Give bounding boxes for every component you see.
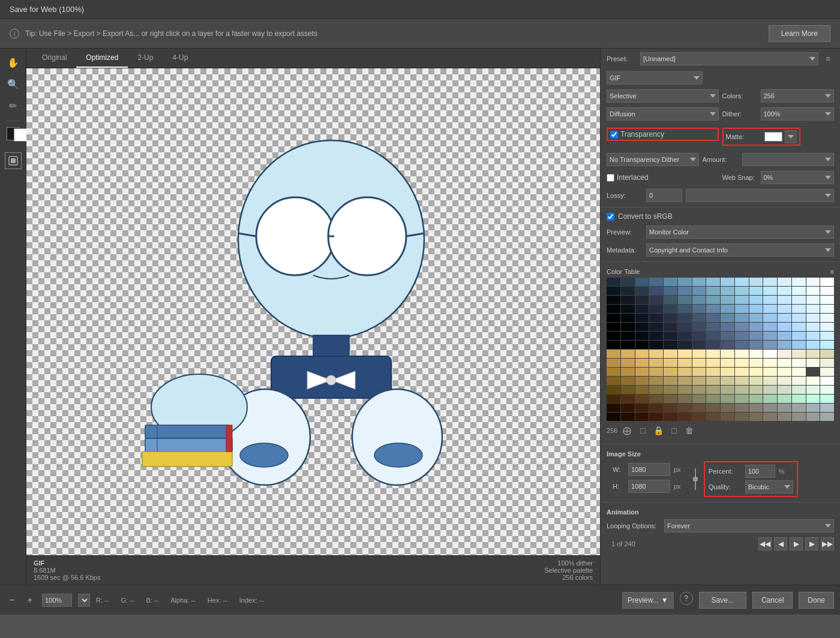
color-cell[interactable] — [664, 377, 677, 385]
color-cell[interactable] — [664, 404, 677, 412]
color-cell[interactable] — [820, 386, 834, 394]
prev-frame-btn[interactable]: ◀ — [774, 537, 787, 550]
color-cell[interactable] — [792, 296, 806, 304]
color-cell[interactable] — [820, 287, 834, 295]
zoom-minus-icon[interactable]: − — [6, 594, 18, 606]
map-icon[interactable]: ⨁ — [621, 425, 633, 437]
color-cell[interactable] — [721, 395, 734, 403]
color-cell[interactable] — [649, 350, 663, 358]
color-cell[interactable] — [678, 296, 692, 304]
zoom-preset-select[interactable] — [78, 594, 90, 607]
interlaced-checkbox[interactable] — [607, 174, 614, 182]
color-cell[interactable] — [792, 359, 806, 367]
color-cell[interactable] — [735, 314, 749, 322]
color-cell[interactable] — [806, 395, 820, 403]
color-cell[interactable] — [649, 314, 663, 322]
color-cell[interactable] — [820, 377, 834, 385]
color-cell[interactable] — [735, 332, 749, 340]
color-cell[interactable] — [820, 368, 834, 376]
color-cell[interactable] — [607, 332, 620, 340]
web-snap-ct-icon[interactable]: □ — [637, 425, 649, 437]
color-cell[interactable] — [635, 341, 649, 349]
zoom-tool[interactable]: 🔍 — [4, 75, 22, 93]
color-cell[interactable] — [706, 287, 720, 295]
color-cell[interactable] — [621, 413, 635, 421]
zoom-plus-icon[interactable]: + — [24, 594, 36, 606]
new-color-icon[interactable]: □ — [668, 425, 680, 437]
color-cell[interactable] — [706, 332, 720, 340]
websnap-select[interactable]: 0% — [761, 171, 835, 184]
color-cell[interactable] — [792, 314, 806, 322]
color-cell[interactable] — [678, 314, 692, 322]
color-cell[interactable] — [664, 314, 677, 322]
color-cell[interactable] — [678, 287, 692, 295]
color-cell[interactable] — [806, 350, 820, 358]
color-cell[interactable] — [607, 350, 620, 358]
color-cell[interactable] — [820, 395, 834, 403]
color-cell[interactable] — [749, 341, 763, 349]
color-cell[interactable] — [820, 404, 834, 412]
color-cell[interactable] — [621, 368, 635, 376]
color-cell[interactable] — [749, 359, 763, 367]
color-table-menu[interactable]: ≡ — [830, 268, 834, 275]
color-cell[interactable] — [792, 287, 806, 295]
color-cell[interactable] — [706, 323, 720, 331]
color-cell[interactable] — [621, 359, 635, 367]
color-cell[interactable] — [735, 386, 749, 394]
lossy-select[interactable] — [686, 189, 834, 202]
color-cell[interactable] — [721, 377, 734, 385]
color-cell[interactable] — [792, 341, 806, 349]
color-cell[interactable] — [649, 377, 663, 385]
height-input[interactable] — [628, 480, 670, 493]
color-cell[interactable] — [621, 386, 635, 394]
quick-mask-icon[interactable] — [5, 152, 22, 169]
color-cell[interactable] — [678, 404, 692, 412]
color-cell[interactable] — [678, 377, 692, 385]
color-cell[interactable] — [607, 323, 620, 331]
first-frame-btn[interactable]: ◀◀ — [758, 537, 772, 550]
color-cell[interactable] — [678, 341, 692, 349]
color-cell[interactable] — [763, 377, 777, 385]
color-cell[interactable] — [649, 341, 663, 349]
color-cell[interactable] — [692, 296, 706, 304]
tab-optimized[interactable]: Optimized — [76, 49, 128, 68]
color-cell[interactable] — [778, 413, 791, 421]
width-input[interactable] — [628, 463, 670, 476]
color-cell[interactable] — [649, 395, 663, 403]
color-cell[interactable] — [778, 368, 791, 376]
color-cell[interactable] — [649, 287, 663, 295]
color-cell[interactable] — [607, 359, 620, 367]
color-cell[interactable] — [607, 395, 620, 403]
color-cell[interactable] — [763, 305, 777, 313]
color-cell[interactable] — [607, 341, 620, 349]
color-cell[interactable] — [763, 296, 777, 304]
color-cell[interactable] — [649, 404, 663, 412]
color-cell[interactable] — [706, 404, 720, 412]
color-cell[interactable] — [706, 386, 720, 394]
color-cell[interactable] — [692, 368, 706, 376]
color-cell[interactable] — [692, 404, 706, 412]
color-cell[interactable] — [664, 305, 677, 313]
color-cell[interactable] — [607, 287, 620, 295]
color-cell[interactable] — [635, 314, 649, 322]
color-cell[interactable] — [721, 287, 734, 295]
color-cell[interactable] — [635, 368, 649, 376]
color-cell[interactable] — [706, 278, 720, 286]
color-cell[interactable] — [792, 413, 806, 421]
tab-2up[interactable]: 2-Up — [128, 49, 163, 68]
amount-select[interactable] — [742, 153, 835, 166]
color-cell[interactable] — [735, 404, 749, 412]
color-cell[interactable] — [621, 395, 635, 403]
save-button[interactable]: Save... — [699, 592, 746, 609]
color-cell[interactable] — [678, 413, 692, 421]
color-cell[interactable] — [806, 404, 820, 412]
color-cell[interactable] — [749, 314, 763, 322]
hand-tool[interactable]: ✋ — [4, 53, 22, 71]
color-cell[interactable] — [635, 332, 649, 340]
color-cell[interactable] — [664, 386, 677, 394]
color-cell[interactable] — [749, 350, 763, 358]
color-cell[interactable] — [664, 332, 677, 340]
color-cell[interactable] — [763, 350, 777, 358]
color-cell[interactable] — [635, 413, 649, 421]
color-cell[interactable] — [664, 323, 677, 331]
